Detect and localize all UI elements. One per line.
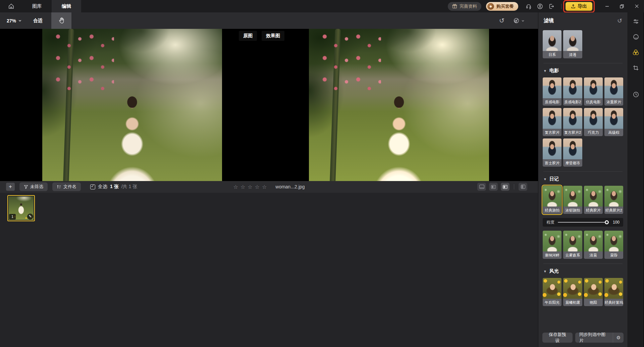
strength-slider[interactable] (558, 222, 608, 223)
filter-thumb[interactable]: 艳阳 (584, 278, 603, 306)
filter-thumb[interactable]: 巧克力 (584, 108, 603, 136)
filter-thumb[interactable]: 晨昏 (604, 231, 623, 259)
hand-tool-button[interactable] (51, 12, 71, 29)
compare-active-icon[interactable] (501, 183, 509, 191)
filter-thumb-image (584, 108, 603, 129)
effect-view-label: 效果图 (262, 31, 284, 41)
filter-thumb-image (543, 186, 561, 207)
filter-thumb[interactable]: 摩登都市 (563, 138, 582, 167)
select-all-checkbox[interactable] (90, 184, 95, 189)
filter-thumb[interactable]: 经典好莱坞 (604, 278, 623, 306)
filter-thumb-image (543, 231, 561, 251)
history-tool-button[interactable] (632, 90, 640, 99)
reset-filters-icon[interactable]: ↺ (617, 17, 622, 24)
star-icon[interactable]: ☆ (262, 184, 267, 190)
close-button[interactable] (629, 0, 644, 12)
filter-thumb-image (543, 278, 561, 299)
save-preset-button[interactable]: 保存新预设 (542, 333, 573, 343)
filter-thumb-label: 午后阳光 (543, 299, 561, 306)
filter-thumb[interactable]: 浓郁旅拍 (563, 186, 582, 214)
compare-label-icon[interactable] (489, 183, 498, 191)
star-icon[interactable]: ☆ (248, 184, 252, 190)
filter-photos-button[interactable]: 未筛选 (19, 182, 48, 191)
slider-handle[interactable] (605, 220, 609, 224)
buy-package-button[interactable]: ◆ 购买套餐 (486, 2, 518, 11)
filter-thumb[interactable]: 经典胶片 (584, 186, 603, 214)
star-icon[interactable]: ☆ (255, 184, 260, 190)
filter-thumb-label: 艳阳 (584, 299, 603, 306)
zoom-dropdown[interactable]: 27% (7, 18, 22, 23)
crop-tool-button[interactable] (632, 63, 640, 72)
account-button[interactable] (534, 3, 546, 9)
filter-thumb[interactable]: 复古胶片2 (563, 108, 582, 136)
filter-thumb-label: 高级棕 (604, 129, 623, 136)
filter-thumb[interactable]: 日系 (543, 30, 561, 58)
star-icon[interactable]: ☆ (233, 184, 238, 190)
filters-tool-button[interactable] (632, 48, 640, 57)
edit-pen-icon: ✎ (27, 214, 33, 220)
exit-icon (548, 3, 554, 9)
sync-button[interactable]: 同步到选中图片 (575, 333, 613, 343)
filter-thumb[interactable]: 富士胶片 (543, 138, 561, 167)
minimize-button[interactable] (600, 0, 614, 12)
section-header-scenery[interactable]: ▼ 风光 (543, 268, 623, 274)
sort-button[interactable]: 文件名 (52, 182, 81, 191)
export-button[interactable]: 导出 (566, 2, 592, 11)
filter-thumb[interactable]: 午后阳光 (543, 278, 561, 306)
section-header-movie[interactable]: ▼ 电影 (543, 68, 623, 74)
filter-thumb-label: 晨昏 (604, 251, 623, 259)
filter-thumb[interactable]: 清透 (563, 30, 582, 58)
filter-thumb-image (543, 138, 561, 159)
filter-thumb[interactable]: 质感电影2 (563, 77, 582, 106)
filter-thumb-image (584, 77, 603, 98)
undo-icon[interactable]: ↺ (499, 17, 504, 24)
filter-thumb-label: 清透 (563, 51, 582, 58)
filter-thumb[interactable]: 塞纳河畔 (543, 231, 561, 259)
select-all-control[interactable]: 全选 1 张/共 1 张 (90, 184, 137, 190)
filter-thumb[interactable]: 经典胶片2 (604, 186, 623, 214)
star-rating[interactable]: ☆☆☆☆☆ (233, 184, 267, 190)
strength-label: 程度 (546, 220, 554, 225)
canvas[interactable]: 原图 效果图 (0, 29, 538, 181)
filter-thumb[interactable]: 云雾森系 (563, 231, 582, 259)
complete-profile-button[interactable]: 完善资料 (448, 2, 481, 11)
tab-gallery[interactable]: 图库 (22, 0, 52, 12)
filter-thumb[interactable]: 质感电影 (543, 77, 561, 106)
portrait-beauty-tool-button[interactable] (632, 33, 640, 41)
filter-thumb[interactable]: 晨曦初露 (563, 278, 582, 306)
adjustments-tool-button[interactable] (632, 17, 640, 26)
filter-thumb-label: 塞纳河畔 (543, 251, 561, 259)
sync-split-button: 同步到选中图片 ⚙ (575, 333, 624, 343)
filter-thumb[interactable]: 仿真电影 (584, 77, 603, 106)
logout-button[interactable] (546, 3, 557, 9)
compare-mode-dropdown[interactable] (513, 17, 525, 24)
filmstrip-panel-icon[interactable] (477, 183, 486, 191)
add-photo-button[interactable]: + (6, 183, 15, 191)
maximize-button[interactable] (614, 0, 629, 12)
star-icon[interactable]: ☆ (240, 184, 245, 190)
tab-edit[interactable]: 编辑 (52, 0, 81, 12)
scenery-filter-grid: 午后阳光 晨曦初露 艳阳 (543, 278, 623, 306)
filter-thumb-image (584, 231, 603, 251)
strength-value: 100 (611, 220, 620, 225)
home-button[interactable] (0, 3, 22, 9)
filmstrip-thumbnail-selected[interactable]: 1 ✎ (7, 195, 35, 221)
titlebar-divider (561, 4, 561, 9)
filter-thumb[interactable]: 清晨 (584, 231, 603, 259)
filter-thumb[interactable]: 高级棕 (604, 108, 623, 136)
filter-thumb-image (604, 186, 623, 207)
filter-thumb[interactable]: 浓重胶片 (604, 77, 623, 106)
gear-icon[interactable]: ⚙ (613, 333, 624, 343)
effect-photo (309, 29, 489, 181)
filter-thumb[interactable]: 复古胶片 (543, 108, 561, 136)
filter-thumb-label: 浓重胶片 (604, 98, 623, 106)
filter-photos-label: 未筛选 (30, 184, 43, 190)
scene-figure (93, 93, 172, 181)
caret-down-icon: ▼ (543, 69, 547, 73)
split-view-icon[interactable] (519, 183, 527, 191)
section-divider (543, 171, 623, 172)
fit-button[interactable]: 合适 (33, 18, 43, 24)
section-header-diary[interactable]: ▼ 日记 (543, 176, 623, 182)
support-button[interactable] (523, 3, 534, 9)
filter-thumb[interactable]: 经典旅拍 (543, 186, 561, 214)
